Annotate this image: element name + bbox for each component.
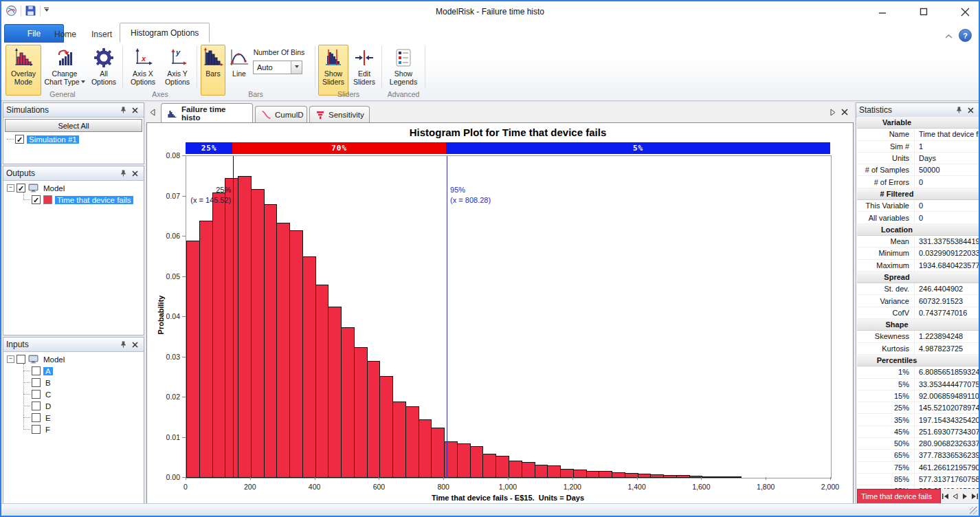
checkbox-unchecked[interactable] xyxy=(32,413,41,422)
pin-icon[interactable] xyxy=(118,340,129,350)
stat-row: 65%377.783365362399 xyxy=(857,450,979,461)
select-all-button[interactable]: Select All xyxy=(5,119,142,132)
close-chart-tab-icon[interactable] xyxy=(841,109,848,116)
pin-icon[interactable] xyxy=(118,105,129,116)
change-chart-type-button[interactable]: Change Chart Type xyxy=(43,45,86,96)
x-tick-label: 1,600 xyxy=(680,483,722,491)
group-separator xyxy=(425,46,425,89)
resize-grip[interactable] xyxy=(970,507,977,514)
checkbox-unchecked[interactable] xyxy=(32,402,41,410)
stat-row: NameTime that device fails xyxy=(857,129,979,140)
tab-histogram-options[interactable]: Histogram Options xyxy=(120,23,210,43)
stat-label: # of Samples xyxy=(857,166,914,174)
y-tick-label: 0.01 xyxy=(150,433,180,441)
outputs-tree-item[interactable]: Time that device fails xyxy=(20,194,144,206)
show-legends-button[interactable]: Show Legends xyxy=(385,45,422,96)
chart-tab-cumuld[interactable]: CumulD xyxy=(255,106,307,122)
inputs-tree-item[interactable]: B xyxy=(20,377,144,388)
slider-label: 95%(x = 808.28) xyxy=(450,185,491,206)
stat-section-header: Percentiles xyxy=(857,356,937,364)
line-button[interactable]: Line xyxy=(227,45,252,96)
variable-tab[interactable]: Time that device fails xyxy=(857,489,941,504)
model-icon xyxy=(28,355,38,364)
scroll-tabs-right-icon[interactable] xyxy=(830,109,836,116)
chart-tab-sensitivity[interactable]: Sensitivity xyxy=(309,106,370,122)
close-icon[interactable] xyxy=(129,168,141,179)
close-icon[interactable] xyxy=(129,340,141,350)
inputs-tree-item[interactable]: C xyxy=(20,388,144,400)
pin-icon[interactable] xyxy=(953,105,965,116)
stat-section-row: Shape xyxy=(857,319,979,331)
percent-band[interactable]: 25% xyxy=(186,142,232,154)
stat-label: 25% xyxy=(857,404,914,412)
tab-insert[interactable]: Insert xyxy=(81,25,122,43)
chart-tab-failure-histo[interactable]: Failure time histo xyxy=(161,103,253,122)
stat-row: 35%197.154343254206 xyxy=(857,414,979,426)
simulation-tree-item[interactable]: Simulation #1 xyxy=(3,133,144,145)
checkbox-unchecked[interactable] xyxy=(32,390,41,399)
collapse-expander-icon[interactable] xyxy=(7,184,14,192)
x-tick-label: 400 xyxy=(294,483,335,491)
number-of-bins-select[interactable]: Auto xyxy=(253,60,302,74)
percent-band[interactable]: 70% xyxy=(232,142,446,154)
inputs-tree-item[interactable]: A xyxy=(20,365,144,377)
group-label-advanced: Advanced xyxy=(385,90,422,98)
y-tick-mark xyxy=(182,437,186,438)
stat-section-row: # Filtered xyxy=(857,188,979,200)
help-button[interactable]: ? xyxy=(959,29,972,42)
percent-band[interactable]: 5% xyxy=(446,142,830,154)
x-tick-mark xyxy=(830,477,831,480)
chart-title: Histogram Plot for Time that device fail… xyxy=(186,126,830,138)
axis-y-options-button[interactable]: y Axis Y Options xyxy=(161,45,194,96)
axis-x-options-button[interactable]: x Axis X Options xyxy=(126,45,159,96)
stat-value: 6.8085651859324 xyxy=(914,366,979,377)
close-icon[interactable] xyxy=(965,105,977,116)
outputs-tree-root[interactable]: Model xyxy=(3,182,144,194)
maximize-button[interactable] xyxy=(918,6,929,17)
combo-dropdown-icon[interactable] xyxy=(291,61,302,74)
tree-item-label: C xyxy=(43,390,53,399)
percentile-slider-line[interactable] xyxy=(447,156,447,478)
checkbox-unchecked[interactable] xyxy=(32,366,41,375)
pin-icon[interactable] xyxy=(118,168,129,179)
close-icon[interactable] xyxy=(129,105,141,116)
cumulative-curve-tab-icon xyxy=(261,109,271,120)
edit-sliders-button[interactable]: Edit Sliders xyxy=(350,45,379,96)
checkbox-unchecked[interactable] xyxy=(16,355,25,364)
stat-label: 50% xyxy=(857,439,914,448)
collapse-expander-icon[interactable] xyxy=(7,355,14,363)
overlay-mode-button[interactable]: Overlay Mode xyxy=(5,45,41,96)
checkbox-checked[interactable] xyxy=(15,135,24,144)
inputs-tree-item[interactable]: D xyxy=(20,400,144,412)
checkbox-checked[interactable] xyxy=(16,184,25,192)
inputs-tree-root[interactable]: Model xyxy=(3,353,144,365)
nav-first-icon[interactable] xyxy=(942,491,950,502)
button-label: Line xyxy=(232,69,246,78)
stat-label: 75% xyxy=(857,463,914,472)
checkbox-checked[interactable] xyxy=(32,195,41,204)
stat-section-row: Variable xyxy=(857,117,979,129)
inputs-tree-item[interactable]: F xyxy=(20,424,144,435)
nav-prev-icon[interactable] xyxy=(951,491,960,502)
statistics-table: VariableNameTime that device failsSim #1… xyxy=(857,117,979,509)
bars-button[interactable]: Bars xyxy=(201,45,225,96)
collapse-ribbon-icon[interactable] xyxy=(945,30,953,42)
inputs-tree-item[interactable]: E xyxy=(20,412,144,424)
stat-row: St. dev.246.4404902 xyxy=(857,283,979,295)
close-button[interactable] xyxy=(959,6,970,17)
all-options-button[interactable]: All Options xyxy=(88,45,120,96)
scroll-tabs-left-icon[interactable] xyxy=(150,109,155,116)
tab-home[interactable]: Home xyxy=(44,25,87,43)
x-tick-mark xyxy=(508,477,509,480)
statistics-tab-strip: Time that device fails xyxy=(857,489,979,504)
show-sliders-button[interactable]: Show Sliders xyxy=(318,45,348,96)
checkbox-unchecked[interactable] xyxy=(32,378,41,387)
stat-label: Sim # xyxy=(857,142,914,151)
ribbon: Overlay Mode Change Chart Type All Optio… xyxy=(1,43,979,101)
checkbox-unchecked[interactable] xyxy=(32,425,41,434)
nav-last-icon[interactable] xyxy=(970,491,979,502)
percentile-slider-line[interactable] xyxy=(233,156,234,478)
nav-next-icon[interactable] xyxy=(961,491,970,502)
stat-value: Days xyxy=(914,153,979,164)
minimize-button[interactable] xyxy=(877,6,888,17)
